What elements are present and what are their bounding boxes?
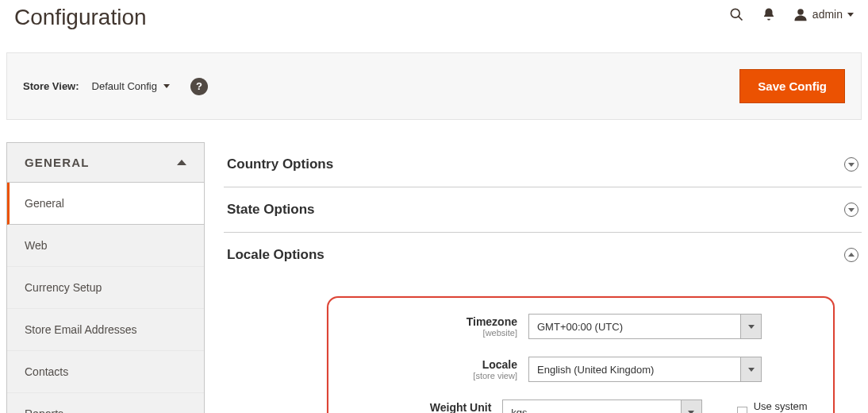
svg-point-2: [797, 9, 804, 15]
bell-icon[interactable]: [762, 6, 776, 22]
sidebar-item-store-email[interactable]: Store Email Addresses: [7, 309, 204, 351]
svg-point-0: [731, 9, 739, 17]
account-label: admin: [812, 8, 843, 21]
chevron-down-icon: [163, 84, 170, 88]
field-label: Timezone: [467, 315, 517, 328]
sidebar-item-web[interactable]: Web: [7, 225, 204, 267]
field-timezone: Timezone [website] GMT+00:00 (UTC): [340, 314, 822, 339]
sidebar-item-currency-setup[interactable]: Currency Setup: [7, 267, 204, 309]
expand-icon: [844, 203, 858, 217]
search-icon[interactable]: [728, 6, 744, 22]
sidebar-item-contacts[interactable]: Contacts: [7, 351, 204, 393]
section-title: State Options: [227, 202, 315, 218]
sidebar-item-general[interactable]: General: [7, 183, 204, 225]
page-title: Configuration: [14, 5, 728, 30]
sidebar: GENERAL General Web Currency Setup Store…: [6, 142, 205, 413]
field-label: Locale: [482, 358, 517, 371]
chevron-down-icon: [681, 400, 701, 413]
sidebar-group-general[interactable]: GENERAL: [7, 143, 204, 183]
user-icon: [793, 7, 808, 21]
checkbox-label: Use system value: [754, 400, 822, 413]
chevron-down-icon: [740, 357, 761, 381]
section-state-options[interactable]: State Options: [224, 187, 862, 233]
account-menu[interactable]: admin: [793, 7, 854, 21]
field-locale: Locale [store view] English (United King…: [340, 357, 822, 382]
store-view-selector[interactable]: Default Config: [92, 80, 170, 92]
section-title: Country Options: [227, 156, 333, 172]
use-system-value-checkbox[interactable]: Use system value: [737, 400, 822, 413]
collapse-icon: [844, 248, 858, 262]
highlighted-region: Timezone [website] GMT+00:00 (UTC) Local…: [327, 296, 835, 413]
toolbar: Store View Default Config ? Save Config: [6, 52, 862, 120]
sidebar-item-reports[interactable]: Reports: [7, 393, 204, 413]
select-value: GMT+00:00 (UTC): [529, 321, 740, 333]
chevron-down-icon: [847, 13, 854, 17]
checkbox-icon: [737, 407, 747, 414]
svg-line-1: [739, 17, 743, 21]
weight-unit-select[interactable]: kgs: [502, 399, 701, 413]
help-icon[interactable]: ?: [190, 78, 208, 95]
section-locale-options[interactable]: Locale Options: [224, 233, 862, 277]
field-scope: [store view]: [340, 371, 517, 381]
field-weight-unit: Weight Unit [store view] kgs Use system …: [340, 399, 822, 413]
select-value: English (United Kingdom): [529, 364, 740, 376]
locale-select[interactable]: English (United Kingdom): [528, 357, 762, 382]
chevron-down-icon: [740, 315, 761, 338]
sidebar-group-label: GENERAL: [25, 156, 90, 169]
main-content: Country Options State Options Locale Opt…: [224, 142, 862, 413]
select-value: kgs: [503, 407, 680, 414]
save-config-button[interactable]: Save Config: [739, 69, 845, 103]
store-view-value: Default Config: [92, 80, 157, 92]
section-title: Locale Options: [227, 247, 325, 263]
chevron-up-icon: [177, 160, 186, 165]
timezone-select[interactable]: GMT+00:00 (UTC): [528, 314, 762, 339]
field-label: Weight Unit: [430, 401, 492, 413]
store-view-label: Store View: [23, 80, 79, 92]
expand-icon: [844, 157, 858, 172]
section-country-options[interactable]: Country Options: [224, 142, 862, 187]
field-scope: [website]: [340, 328, 517, 338]
